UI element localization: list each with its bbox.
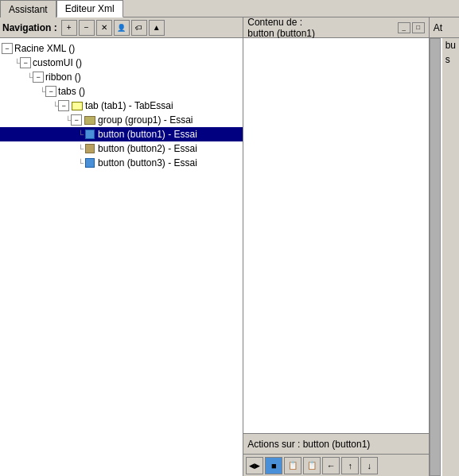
nav-user-button[interactable]: 👤 [114, 20, 130, 36]
action-up-button[interactable]: ↑ [341, 457, 359, 474]
right-content: bu s [441, 38, 459, 476]
expand-customUI[interactable]: − [20, 57, 31, 68]
action-square-button[interactable]: ■ [265, 457, 282, 474]
expand-ribbon[interactable]: − [33, 72, 44, 83]
group1-icon [84, 114, 96, 126]
expand-group1[interactable]: − [71, 114, 82, 126]
center-maximize-button[interactable]: □ [412, 22, 425, 33]
tree-item-button1[interactable]: └ button (button1) - Essai [0, 127, 243, 141]
navigation-panel: Navigation : + − ✕ 👤 🏷 ▲ − Racine XML ()… [0, 17, 243, 476]
nav-label: Navigation : [2, 22, 57, 33]
nav-remove-button[interactable]: − [79, 20, 95, 36]
tree-item-tabs[interactable]: └ − tabs () [0, 84, 243, 99]
tree-area: − Racine XML () └ − customUI () └ − ribb… [0, 38, 243, 476]
button3-icon [84, 157, 96, 168]
tree-item-button3[interactable]: └ button (button3) - Essai [0, 156, 243, 170]
expand-tabs[interactable]: − [45, 86, 56, 97]
nav-add-button[interactable]: + [61, 20, 77, 36]
tree-item-customUI[interactable]: └ − customUI () [0, 56, 243, 70]
action-swap-button[interactable]: ◀▶ [246, 457, 263, 474]
nav-tag-button[interactable]: 🏷 [131, 20, 147, 36]
tree-item-ribbon[interactable]: └ − ribbon () [0, 70, 243, 84]
tree-item-tab1[interactable]: └ − tab (tab1) - TabEssai [0, 99, 243, 113]
tab-assistant[interactable]: Assistant [0, 0, 56, 17]
expand-tab1[interactable]: − [58, 100, 69, 111]
center-header-text: Contenu de : button (button1) [247, 17, 315, 39]
center-header: Contenu de : button (button1) _ □ [243, 17, 428, 38]
center-panel: Contenu de : button (button1) _ □ Action… [243, 17, 429, 476]
right-sub-label: bu [442, 38, 459, 52]
action-left-button[interactable]: ← [322, 457, 340, 474]
nav-delete-button[interactable]: ✕ [96, 20, 112, 36]
action-copy2-button[interactable]: 📋 [303, 457, 321, 474]
right-stripe [430, 38, 441, 476]
right-header: At [430, 17, 459, 38]
button2-icon [84, 143, 96, 154]
center-content [243, 38, 428, 433]
action-toolbar: ◀▶ ■ 📋 📋 ← ↑ ↓ [243, 454, 428, 476]
center-header-buttons: _ □ [398, 22, 425, 33]
action-copy1-button[interactable]: 📋 [284, 457, 301, 474]
tree-item-racine-xml[interactable]: − Racine XML () [0, 41, 243, 56]
right-sub2-label: s [442, 52, 459, 67]
tab1-icon [71, 100, 84, 111]
nav-toolbar: Navigation : + − ✕ 👤 🏷 ▲ [0, 17, 243, 38]
nav-up-button[interactable]: ▲ [149, 20, 165, 36]
tab-editeur-xml[interactable]: Editeur Xml [56, 0, 123, 17]
tree-item-group1[interactable]: └ − group (group1) - Essai [0, 113, 243, 127]
center-minimize-button[interactable]: _ [398, 22, 410, 33]
center-footer: Actions sur : button (button1) [243, 433, 428, 454]
tree-item-button2[interactable]: └ button (button2) - Essai [0, 141, 243, 156]
expand-racine-xml[interactable]: − [2, 43, 13, 54]
action-down-button[interactable]: ↓ [360, 457, 378, 474]
right-panel: At bu s [430, 17, 459, 476]
button1-icon [84, 129, 96, 140]
